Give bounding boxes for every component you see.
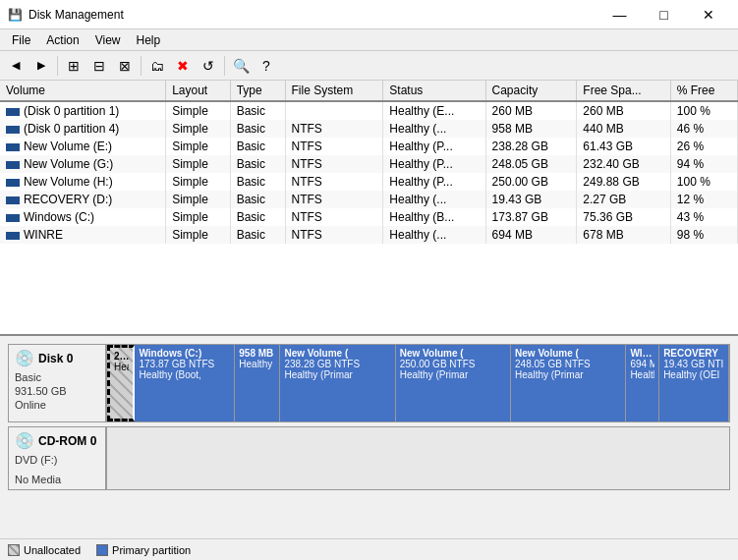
legend-primary-box <box>96 544 108 556</box>
col-status[interactable]: Status <box>383 81 485 101</box>
table-cell-5-2: Basic <box>230 191 285 208</box>
close-button[interactable]: ✕ <box>686 0 730 29</box>
refresh-button[interactable]: ↺ <box>197 54 220 78</box>
disk-icon: 💿 <box>15 349 34 367</box>
disk0-partition-4[interactable]: New Volume ( 250.00 GB NTFS Healthy (Pri… <box>396 345 511 421</box>
table-cell-5-0: RECOVERY (D:) <box>0 191 166 208</box>
toolbar: ◀ ▶ ⊞ ⊟ ⊠ 🗂 ✖ ↺ 🔍 ? <box>0 51 738 81</box>
maximize-button[interactable]: □ <box>642 0 686 29</box>
disk0-partition-0[interactable]: 260 M Healt <box>107 345 135 421</box>
volume-table-area: Volume Layout Type File System Status Ca… <box>0 81 738 336</box>
volume-table: Volume Layout Type File System Status Ca… <box>0 81 738 244</box>
table-row[interactable]: New Volume (H:)SimpleBasicNTFSHealthy (P… <box>0 173 738 191</box>
table-row[interactable]: New Volume (G:)SimpleBasicNTFSHealthy (P… <box>0 155 738 173</box>
table-cell-0-0: (Disk 0 partition 1) <box>0 101 166 120</box>
table-cell-0-5: 260 MB <box>485 101 577 120</box>
toolbar-btn-5[interactable]: ⊠ <box>113 54 137 78</box>
table-row[interactable]: RECOVERY (D:)SimpleBasicNTFSHealthy (...… <box>0 191 738 208</box>
minimize-button[interactable]: — <box>597 0 642 29</box>
col-volume[interactable]: Volume <box>0 81 166 101</box>
toolbar-separator-2 <box>141 56 142 76</box>
menu-help[interactable]: Help <box>129 31 169 49</box>
col-layout[interactable]: Layout <box>166 81 231 101</box>
disk0-partition-6[interactable]: WINRI 694 M Health <box>626 345 659 421</box>
partition-extra-6: Health <box>630 369 654 380</box>
table-cell-2-4: Healthy (P... <box>383 138 485 155</box>
table-cell-4-0: New Volume (H:) <box>0 173 166 191</box>
menu-bar: File Action View Help <box>0 29 738 51</box>
forward-button[interactable]: ▶ <box>29 54 53 78</box>
table-cell-5-3: NTFS <box>285 191 383 208</box>
table-row[interactable]: WINRESimpleBasicNTFSHealthy (...694 MB67… <box>0 226 738 244</box>
table-cell-6-1: Simple <box>166 208 231 226</box>
disk0-partition-1[interactable]: Windows (C:) 173.87 GB NTFS Healthy (Boo… <box>135 345 235 421</box>
properties-button[interactable]: 🔍 <box>229 54 253 78</box>
disk-0-status: Online <box>15 399 99 411</box>
back-button[interactable]: ◀ <box>4 54 28 78</box>
disk0-partition-5[interactable]: New Volume ( 248.05 GB NTFS Healthy (Pri… <box>511 345 626 421</box>
disk0-partition-7[interactable]: RECOVERY 19.43 GB NTI Healthy (OEI <box>659 345 729 421</box>
disk-0-type: Basic <box>15 371 99 383</box>
table-cell-5-6: 2.27 GB <box>577 191 670 208</box>
toolbar-btn-3[interactable]: ⊞ <box>62 54 85 78</box>
disk0-partition-2[interactable]: 958 MB Healthy <box>235 345 280 421</box>
col-type[interactable]: Type <box>230 81 285 101</box>
help-toolbar-button[interactable]: ? <box>255 54 278 78</box>
partition-detail-6: 694 M <box>630 359 654 369</box>
table-cell-6-6: 75.36 GB <box>577 208 670 226</box>
partition-extra-5: Healthy (Primar <box>515 369 621 380</box>
table-row[interactable]: (Disk 0 partition 4)SimpleBasicNTFSHealt… <box>0 120 738 138</box>
col-capacity[interactable]: Capacity <box>485 81 577 101</box>
menu-view[interactable]: View <box>87 31 129 49</box>
disk-0-visual: 260 M Healt Windows (C:) 173.87 GB NTFS … <box>106 344 730 422</box>
menu-action[interactable]: Action <box>38 31 86 49</box>
toolbar-separator-1 <box>57 56 58 76</box>
col-filesystem[interactable]: File System <box>285 81 383 101</box>
table-row[interactable]: New Volume (E:)SimpleBasicNTFSHealthy (P… <box>0 138 738 155</box>
cdrom-nomedia: No Media <box>15 474 99 485</box>
partition-name-0: 260 M <box>114 351 129 362</box>
partition-detail-3: 238.28 GB NTFS <box>284 359 390 369</box>
disk-visual-area: 💿 Disk 0 Basic 931.50 GB Online 260 M He… <box>0 336 738 538</box>
table-row[interactable]: (Disk 0 partition 1)SimpleBasicHealthy (… <box>0 101 738 120</box>
table-cell-2-1: Simple <box>166 138 231 155</box>
table-cell-4-3: NTFS <box>285 173 383 191</box>
partition-detail-5: 248.05 GB NTFS <box>515 359 621 369</box>
title-bar: 💾 Disk Management — □ ✕ <box>0 0 738 29</box>
table-cell-2-7: 26 % <box>670 138 737 155</box>
table-cell-4-7: 100 % <box>670 173 737 191</box>
disk-row-0: 💿 Disk 0 Basic 931.50 GB Online 260 M He… <box>8 344 730 422</box>
row-icon <box>6 161 20 169</box>
cdrom-name: CD-ROM 0 <box>38 434 96 448</box>
table-cell-3-5: 248.05 GB <box>485 155 577 173</box>
table-cell-0-3 <box>285 101 383 120</box>
legend-unalloc-box <box>8 544 20 556</box>
col-freespace[interactable]: Free Spa... <box>577 81 670 101</box>
table-cell-2-0: New Volume (E:) <box>0 138 166 155</box>
menu-file[interactable]: File <box>4 31 38 49</box>
legend-unallocated: Unallocated <box>8 544 81 556</box>
toolbar-btn-6[interactable]: 🗂 <box>145 54 169 78</box>
row-icon <box>6 196 20 204</box>
row-icon <box>6 108 20 116</box>
table-cell-4-5: 250.00 GB <box>485 173 577 191</box>
table-cell-2-2: Basic <box>230 138 285 155</box>
table-cell-3-1: Simple <box>166 155 231 173</box>
partition-extra-7: Healthy (OEI <box>663 369 724 380</box>
toolbar-btn-4[interactable]: ⊟ <box>87 54 111 78</box>
cdrom-icon: 💿 <box>15 431 34 450</box>
table-cell-4-6: 249.88 GB <box>577 173 670 191</box>
table-cell-0-2: Basic <box>230 101 285 120</box>
table-cell-6-3: NTFS <box>285 208 383 226</box>
table-row[interactable]: Windows (C:)SimpleBasicNTFSHealthy (B...… <box>0 208 738 226</box>
delete-button[interactable]: ✖ <box>171 54 195 78</box>
table-cell-0-1: Simple <box>166 101 231 120</box>
partition-detail-2: Healthy <box>239 359 275 369</box>
table-cell-7-7: 98 % <box>670 226 737 244</box>
disk0-partition-3[interactable]: New Volume ( 238.28 GB NTFS Healthy (Pri… <box>280 345 395 421</box>
table-cell-5-5: 19.43 GB <box>485 191 577 208</box>
col-pctfree[interactable]: % Free <box>670 81 737 101</box>
disk-0-size: 931.50 GB <box>15 385 99 397</box>
disk-row-cdrom: 💿 CD-ROM 0 DVD (F:) No Media <box>8 426 730 490</box>
table-cell-7-1: Simple <box>166 226 231 244</box>
